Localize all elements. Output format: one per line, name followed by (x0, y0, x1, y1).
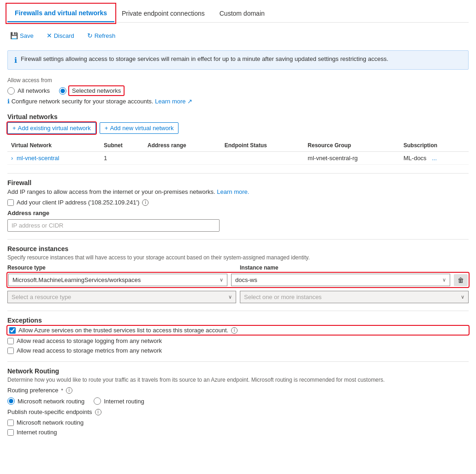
add-existing-vnet-button[interactable]: + Add existing virtual network (7, 122, 96, 134)
plus-icon-new: + (105, 125, 108, 132)
routing-desc: Determine how you would like to route yo… (7, 377, 469, 383)
refresh-icon: ↻ (87, 32, 93, 39)
exception-storage-logging: Allow read access to storage logging fro… (7, 337, 469, 344)
routing-pref-label: Routing preference (7, 387, 59, 394)
tab-private-endpoints[interactable]: Private endpoint connections (114, 5, 212, 22)
exceptions-section: Exceptions Allow Azure services on the t… (7, 317, 469, 354)
vnet-more-btn[interactable]: ... (432, 155, 437, 162)
toolbar: 💾 Save ✕ Discard ↻ Refresh (7, 26, 469, 45)
resource-instance-row: Microsoft.MachineLearningServices/worksp… (7, 273, 469, 287)
select-instance-chevron: ∨ (461, 294, 464, 300)
client-ip-checkbox[interactable] (7, 199, 14, 206)
external-link-icon: ↗ (187, 98, 192, 105)
storage-logging-checkbox[interactable] (7, 338, 14, 344)
col-endpoint: Endpoint Status (221, 139, 304, 152)
save-icon: 💾 (10, 32, 18, 39)
storage-metrics-checkbox[interactable] (7, 348, 14, 354)
routing-pref-label-row: Routing preference * i (7, 387, 469, 394)
required-asterisk: * (61, 388, 63, 393)
pub-internet-routing-checkbox[interactable] (7, 429, 14, 436)
internet-routing-radio[interactable] (94, 397, 101, 405)
plus-icon: + (12, 125, 16, 132)
publish-info-icon[interactable]: i (95, 409, 101, 415)
allow-access-label: Allow access from (7, 77, 469, 84)
virtual-networks-title: Virtual networks (7, 113, 469, 120)
firewall-learn-more-link[interactable]: Learn more. (217, 188, 249, 195)
configure-text: ℹ Configure network security for your st… (7, 98, 469, 105)
expand-icon: › (11, 155, 13, 162)
col-subnet: Subnet (100, 139, 144, 152)
firewall-section: Firewall Add IP ranges to allow access f… (7, 179, 469, 232)
firewall-desc: Add IP ranges to allow access from the i… (7, 188, 469, 195)
tab-firewalls[interactable]: Firewalls and virtual networks (7, 5, 114, 22)
vnet-endpoint-status (221, 152, 304, 165)
exception-storage-metrics: Allow read access to storage metrics fro… (7, 347, 469, 354)
client-ip-info-icon[interactable]: i (142, 199, 149, 206)
trusted-services-checkbox[interactable] (9, 327, 16, 334)
refresh-button[interactable]: ↻ Refresh (84, 30, 119, 41)
routing-pref-info-icon[interactable]: i (66, 387, 72, 394)
tab-bar: Firewalls and virtual networks Private e… (7, 5, 469, 23)
selected-networks-option[interactable]: Selected networks (59, 86, 124, 95)
col-rg: Resource Group (304, 139, 400, 152)
col-instance-name: Instance name (240, 264, 469, 271)
internet-routing-option[interactable]: Internet routing (94, 397, 144, 405)
delete-resource-button[interactable]: 🗑 (454, 274, 468, 286)
network-routing-section: Network Routing Determine how you would … (7, 367, 469, 436)
resource-instances-title: Resource instances (7, 245, 469, 252)
selected-networks-radio[interactable] (59, 87, 66, 95)
add-new-vnet-button[interactable]: + Add new virtual network (100, 122, 179, 134)
instance-name-dropdown[interactable]: docs-ws ∨ (231, 274, 450, 286)
virtual-networks-section: Virtual networks + Add existing virtual … (7, 113, 469, 165)
access-radio-group: All networks Selected networks (7, 86, 469, 95)
all-networks-radio[interactable] (7, 87, 15, 95)
vnet-subscription: ML-docs ... (400, 152, 469, 165)
col-vnet: Virtual Network (7, 139, 100, 152)
table-row: › ml-vnet-scentral 1 ml-vnet-scentral-rg… (7, 152, 469, 165)
trusted-services-info-icon[interactable]: i (231, 327, 238, 334)
select-type-chevron: ∨ (228, 294, 232, 300)
address-range-input[interactable] (7, 219, 220, 232)
ms-routing-option[interactable]: Microsoft network routing (7, 397, 84, 405)
tab-custom-domain[interactable]: Custom domain (212, 5, 272, 22)
vnet-actions: + Add existing virtual network + Add new… (7, 122, 469, 134)
discard-icon: ✕ (47, 32, 52, 39)
info-icon: ℹ (14, 56, 17, 65)
client-ip-row: Add your client IP address ('108.252.109… (7, 199, 469, 206)
col-sub: Subscription (400, 139, 469, 152)
publish-label: Publish route-specific endpoints (7, 408, 92, 415)
publish-ms-routing: Microsoft network routing (7, 419, 469, 426)
firewall-title: Firewall (7, 179, 469, 186)
exception-trusted-services: Allow Azure services on the trusted serv… (7, 326, 469, 335)
routing-title: Network Routing (7, 367, 469, 375)
select-instance-name[interactable]: Select one or more instances ∨ (240, 291, 469, 303)
configure-learn-more-link[interactable]: Learn more ↗ (155, 98, 192, 105)
publish-label-row: Publish route-specific endpoints i (7, 408, 469, 415)
dropdown-chevron: ∨ (220, 277, 223, 283)
resource-type-dropdown[interactable]: Microsoft.MachineLearningServices/worksp… (8, 274, 227, 286)
col-address: Address range (144, 139, 221, 152)
address-range-label: Address range (7, 210, 469, 216)
discard-button[interactable]: ✕ Discard (44, 30, 77, 41)
address-range-group: Address range (7, 210, 469, 232)
resource-instances-desc: Specify resource instances that will hav… (7, 254, 469, 261)
vnet-address (144, 152, 221, 165)
resource-select-row: Select a resource type ∨ Select one or m… (7, 291, 469, 303)
resource-col-headers: Resource type Instance name (7, 264, 469, 271)
info-banner: ℹ Firewall settings allowing access to s… (7, 50, 469, 70)
select-resource-type[interactable]: Select a resource type ∨ (7, 291, 236, 303)
publish-internet-routing: Internet routing (7, 429, 469, 436)
vnet-name[interactable]: › ml-vnet-scentral (7, 152, 100, 165)
save-button[interactable]: 💾 Save (7, 30, 36, 41)
info-icon-small: ℹ (7, 98, 10, 105)
instance-chevron: ∨ (442, 277, 446, 283)
pub-ms-routing-checkbox[interactable] (7, 420, 14, 426)
routing-options: Microsoft network routing Internet routi… (7, 397, 469, 405)
allow-access-section: Allow access from All networks Selected … (7, 77, 469, 105)
ms-routing-radio[interactable] (7, 397, 15, 405)
all-networks-option[interactable]: All networks (7, 87, 50, 95)
exceptions-title: Exceptions (7, 317, 469, 324)
col-resource-type: Resource type (7, 264, 236, 271)
vnet-rg: ml-vnet-scentral-rg (304, 152, 400, 165)
resource-instances-section: Resource instances Specify resource inst… (7, 245, 469, 303)
